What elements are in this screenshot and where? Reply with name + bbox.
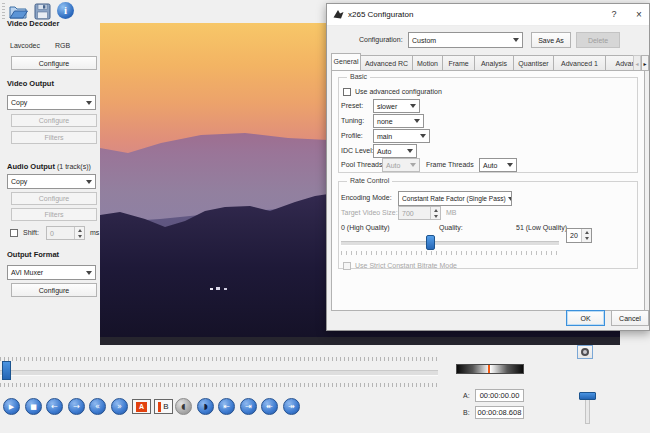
configuration-label: Configuration:: [359, 36, 403, 43]
preset-label: Preset:: [341, 102, 363, 109]
audio-filters-button[interactable]: Filters: [11, 208, 97, 221]
last-frame-button[interactable]: ⇥: [240, 398, 257, 415]
configuration-select[interactable]: Custom: [408, 32, 523, 48]
shift-spinbox[interactable]: 0: [46, 226, 85, 240]
distant-building-lights: [224, 288, 227, 290]
tab-advanced-1[interactable]: Advanced 1: [554, 55, 606, 71]
frame-threads-select[interactable]: Auto: [479, 158, 517, 172]
volume-slider-handle[interactable]: [579, 392, 596, 400]
black-frame-previous-button: ◖: [175, 398, 192, 415]
timeline-ticks-bottom: [0, 383, 438, 387]
go-to-marker-a-button[interactable]: ↞: [261, 398, 278, 415]
marker-a-time-label: A:: [463, 392, 470, 399]
tab-analysis[interactable]: Analysis: [475, 55, 514, 71]
profile-select[interactable]: main: [373, 129, 430, 143]
idc-level-value: Auto: [377, 148, 391, 155]
next-keyframe-button[interactable]: »: [111, 398, 128, 415]
shift-checkbox[interactable]: [10, 229, 18, 237]
rate-control-group-title: Rate Control: [347, 177, 392, 184]
chevron-down-icon: [513, 38, 519, 42]
spin-arrows[interactable]: [74, 227, 84, 239]
audio-tracks-count: (1 track(s)): [57, 163, 91, 170]
next-frame-button[interactable]: →: [68, 398, 85, 415]
chevron-down-icon: [420, 134, 426, 138]
quality-value: 20: [567, 229, 581, 242]
target-video-size-spinbox: 700: [398, 206, 441, 220]
mute-button[interactable]: [577, 345, 593, 359]
marker-b-time-field: 00:00:08.608: [475, 406, 524, 419]
stop-button[interactable]: ■: [25, 398, 42, 415]
video-output-filters-button[interactable]: Filters: [11, 131, 97, 144]
chevron-down-icon: [86, 101, 92, 105]
marker-b-time-label: B:: [463, 409, 470, 416]
decoder-configure-button[interactable]: Configure: [11, 56, 97, 70]
timeline-slider[interactable]: [0, 370, 438, 376]
timeline-handle[interactable]: [2, 361, 11, 380]
preset-select[interactable]: slower: [373, 99, 420, 113]
x265-app-icon: [333, 9, 344, 22]
cancel-button[interactable]: Cancel: [611, 310, 649, 326]
tab-frame[interactable]: Frame: [443, 55, 475, 71]
audio-output-select[interactable]: Copy: [7, 174, 96, 189]
chevron-down-icon: [508, 197, 512, 201]
dialog-help-button[interactable]: ?: [603, 7, 625, 22]
video-output-value: Copy: [11, 99, 27, 106]
previous-frame-button[interactable]: ←: [46, 398, 63, 415]
video-output-configure-button[interactable]: Configure: [11, 114, 97, 127]
dialog-titlebar[interactable]: x265 Configuraton ? ×: [327, 4, 649, 26]
x265-dialog: x265 Configuraton ? × Configuration: Cus…: [326, 3, 650, 331]
set-marker-b-button[interactable]: B: [154, 399, 173, 414]
audio-configure-button[interactable]: Configure: [11, 192, 97, 205]
chevron-down-icon: [407, 149, 413, 153]
first-frame-button[interactable]: ⇤: [218, 398, 235, 415]
use-advanced-configuration-checkbox[interactable]: [343, 88, 351, 96]
previous-keyframe-button[interactable]: «: [89, 398, 106, 415]
tab-advanced-rc[interactable]: Advanced RC: [361, 55, 413, 71]
video-bottom-bar: [100, 337, 620, 345]
ok-button[interactable]: OK: [566, 310, 605, 326]
output-format-select[interactable]: AVI Muxer: [7, 265, 96, 280]
save-as-button[interactable]: Save As: [531, 32, 571, 48]
quality-spinbox[interactable]: 20: [566, 228, 592, 243]
idc-level-select[interactable]: Auto: [373, 144, 417, 158]
go-to-marker-b-button[interactable]: ↠: [283, 398, 300, 415]
chevron-down-icon: [507, 163, 513, 167]
avidemux-window: i Video Decoder Lavcodec RGB Configure V…: [0, 0, 650, 433]
tab-motion[interactable]: Motion: [413, 55, 443, 71]
encoding-mode-label: Encoding Mode:: [341, 194, 392, 201]
chevron-down-icon: [86, 271, 92, 275]
decoder-name: Lavcodec: [10, 42, 40, 49]
info-icon: i: [57, 2, 74, 19]
high-quality-label: 0 (High Quality): [341, 224, 390, 231]
quality-slider-handle[interactable]: [426, 235, 435, 250]
shuttle-control[interactable]: [456, 364, 524, 374]
pool-threads-select: Auto: [382, 158, 420, 172]
timeline-ticks-top: [0, 357, 438, 361]
delete-button: Delete: [576, 32, 620, 48]
tab-scroll-right-button[interactable]: ▸: [641, 55, 649, 71]
tab-quantiser[interactable]: Quantiser: [514, 55, 554, 71]
set-marker-a-button[interactable]: A: [132, 399, 151, 414]
low-quality-label: 51 (Low Quality): [516, 224, 567, 231]
strict-cbr-checkbox: [343, 262, 351, 270]
video-output-select[interactable]: Copy: [7, 95, 96, 110]
spin-arrows: [430, 207, 440, 219]
tab-general[interactable]: General: [331, 53, 361, 71]
information-button[interactable]: i: [57, 2, 75, 20]
chevron-down-icon: [86, 180, 92, 184]
frame-threads-value: Auto: [483, 162, 497, 169]
encoding-mode-select[interactable]: Constant Rate Factor (Single Pass): [398, 191, 512, 206]
tuning-select[interactable]: none: [373, 114, 424, 128]
dialog-close-button[interactable]: ×: [629, 7, 649, 22]
shuttle-center-mark: [488, 365, 490, 373]
use-advanced-configuration-label: Use advanced configuration: [355, 88, 442, 95]
play-button[interactable]: ▶: [3, 398, 20, 415]
output-format-configure-button[interactable]: Configure: [11, 283, 97, 297]
quality-slider-track[interactable]: [341, 241, 559, 246]
spin-arrows[interactable]: [581, 229, 591, 242]
tab-advanced-2[interactable]: Advan: [606, 55, 633, 71]
encoding-mode-value: Constant Rate Factor (Single Pass): [402, 195, 506, 202]
toolbar-grip[interactable]: [2, 3, 5, 19]
black-frame-next-button[interactable]: ◗: [197, 398, 214, 415]
audio-output-title: Audio Output: [7, 162, 55, 171]
